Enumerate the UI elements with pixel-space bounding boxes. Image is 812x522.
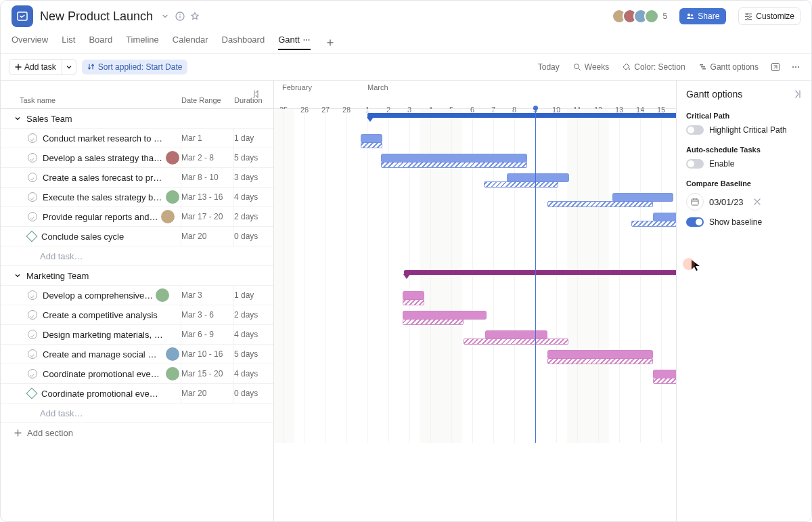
- svg-point-9: [746, 13, 748, 15]
- add-task-inline[interactable]: Add task…: [1, 404, 273, 423]
- task-name: Develop a comprehensive…: [43, 290, 153, 301]
- task-row[interactable]: Coordinate promotional events, such…Mar …: [1, 384, 273, 404]
- zoom-weeks[interactable]: Weeks: [569, 60, 613, 74]
- tab-calendar[interactable]: Calendar: [173, 35, 208, 50]
- col-task-name: Task name: [1, 96, 181, 104]
- task-name: Conduct market research to identify…: [43, 133, 163, 144]
- svg-rect-24: [692, 199, 698, 205]
- jump-to-today-icon[interactable]: [252, 89, 262, 99]
- autoschedule-label: Auto-schedule Tasks: [686, 146, 802, 154]
- task-row[interactable]: Execute the sales strategy by…Mar 13 - 1…: [1, 188, 273, 207]
- task-row[interactable]: Provide regular reports and…Mar 17 - 202…: [1, 207, 273, 227]
- date-range: Mar 20: [181, 384, 234, 403]
- tab-list[interactable]: List: [62, 35, 75, 50]
- baseline-bar: [403, 299, 424, 305]
- today-button[interactable]: Today: [534, 60, 564, 74]
- task-row[interactable]: Conduct market research to identify…Mar …: [1, 129, 273, 148]
- check-circle-icon[interactable]: [28, 330, 37, 339]
- task-row[interactable]: Conclude sales cycleMar 200 days: [1, 227, 273, 246]
- chevron-down-icon[interactable]: [160, 11, 171, 22]
- expand-icon: [771, 62, 780, 72]
- chevron-down-icon[interactable]: [14, 272, 21, 279]
- project-icon: [12, 5, 33, 27]
- task-name: Create a sales forecast to project…: [43, 173, 163, 183]
- panel-title: Gantt options: [686, 89, 742, 100]
- svg-point-10: [749, 16, 751, 18]
- milestone-icon[interactable]: [26, 388, 38, 399]
- member-avatars[interactable]: 5: [616, 9, 673, 24]
- check-circle-icon[interactable]: [28, 133, 37, 143]
- assignee-avatar[interactable]: [166, 190, 179, 204]
- baseline-date[interactable]: 03/01/23: [709, 197, 744, 207]
- project-title[interactable]: New Product Launch: [40, 9, 153, 24]
- task-name: Coordinate promotional events,…: [43, 369, 163, 379]
- section-header[interactable]: Sales Team: [1, 109, 273, 129]
- task-row[interactable]: Develop a comprehensive…Mar 31 day: [1, 286, 273, 305]
- task-row[interactable]: Create a competitive analysisMar 3 - 62 …: [1, 305, 273, 325]
- gantt-main: Task name Date Range Duration Sales Team…: [1, 81, 811, 521]
- svg-point-12: [303, 39, 304, 41]
- toggle-show-baseline[interactable]: [686, 217, 704, 227]
- toggle-autoschedule[interactable]: [686, 159, 704, 169]
- share-button[interactable]: Share: [679, 8, 726, 24]
- task-row[interactable]: Create a sales forecast to project…Mar 8…: [1, 168, 273, 188]
- paint-icon: [623, 63, 631, 71]
- calendar-icon[interactable]: [686, 193, 704, 211]
- baseline-bar: [547, 358, 653, 364]
- baseline-bar: [547, 201, 653, 207]
- add-task-dropdown[interactable]: [62, 59, 76, 75]
- tab-timeline[interactable]: Timeline: [126, 35, 159, 50]
- check-circle-icon[interactable]: [28, 153, 37, 162]
- collapse-panel-icon[interactable]: [792, 89, 802, 99]
- task-row[interactable]: Create and manage social media…Mar 10 - …: [1, 345, 273, 364]
- tab-board[interactable]: Board: [89, 35, 112, 50]
- task-name: Develop a sales strategy that…: [43, 153, 163, 163]
- check-circle-icon[interactable]: [28, 212, 37, 221]
- check-circle-icon[interactable]: [28, 369, 37, 378]
- check-circle-icon[interactable]: [28, 192, 37, 202]
- assignee-avatar[interactable]: [156, 288, 169, 302]
- check-circle-icon[interactable]: [28, 173, 37, 182]
- more-menu[interactable]: [788, 60, 803, 74]
- more-icon[interactable]: [302, 36, 311, 44]
- star-icon[interactable]: [189, 11, 200, 22]
- info-icon[interactable]: [175, 11, 185, 22]
- color-picker[interactable]: Color: Section: [618, 60, 689, 74]
- assignee-avatar[interactable]: [161, 210, 175, 223]
- expand-button[interactable]: [768, 60, 783, 74]
- sort-pill[interactable]: Sort applied: Start Date: [82, 60, 188, 74]
- tab-overview[interactable]: Overview: [12, 35, 48, 50]
- title-bar: New Product Launch 5 Share Customize: [1, 1, 811, 32]
- clear-baseline-icon[interactable]: [753, 198, 761, 206]
- assignee-avatar[interactable]: [166, 347, 179, 361]
- milestone-icon[interactable]: [26, 231, 38, 242]
- date-range: Mar 2 - 8: [181, 148, 234, 167]
- customize-button[interactable]: Customize: [738, 7, 800, 25]
- task-name: Design marketing materials, such as…: [43, 330, 163, 340]
- tab-gantt[interactable]: Gantt: [278, 35, 311, 50]
- add-task-group: Add task: [9, 59, 76, 75]
- gantt-options-button[interactable]: Gantt options: [695, 60, 763, 74]
- task-row[interactable]: Develop a sales strategy that…Mar 2 - 85…: [1, 148, 273, 168]
- date-range: Mar 10 - 16: [181, 345, 234, 364]
- chevron-down-icon[interactable]: [14, 115, 21, 122]
- tab-dashboard[interactable]: Dashboard: [222, 35, 265, 50]
- assignee-avatar[interactable]: [166, 367, 179, 380]
- svg-point-11: [747, 18, 749, 20]
- assignee-avatar[interactable]: [166, 151, 179, 165]
- check-circle-icon[interactable]: [28, 349, 37, 359]
- section-header[interactable]: Marketing Team: [1, 266, 273, 286]
- task-row[interactable]: Design marketing materials, such as…Mar …: [1, 325, 273, 345]
- gantt-icon: [699, 63, 707, 71]
- check-circle-icon[interactable]: [28, 290, 37, 300]
- add-task-button[interactable]: Add task: [9, 59, 62, 75]
- add-section-button[interactable]: Add section: [1, 423, 273, 443]
- add-task-inline[interactable]: Add task…: [1, 246, 273, 266]
- baseline-bar: [381, 162, 527, 168]
- task-row[interactable]: Coordinate promotional events,…Mar 15 - …: [1, 364, 273, 384]
- toggle-critical-path[interactable]: [686, 125, 704, 135]
- column-headers: Task name Date Range Duration: [1, 81, 273, 109]
- add-tab-button[interactable]: [324, 37, 336, 49]
- tabs: OverviewListBoardTimelineCalendarDashboa…: [1, 32, 811, 53]
- check-circle-icon[interactable]: [28, 310, 37, 320]
